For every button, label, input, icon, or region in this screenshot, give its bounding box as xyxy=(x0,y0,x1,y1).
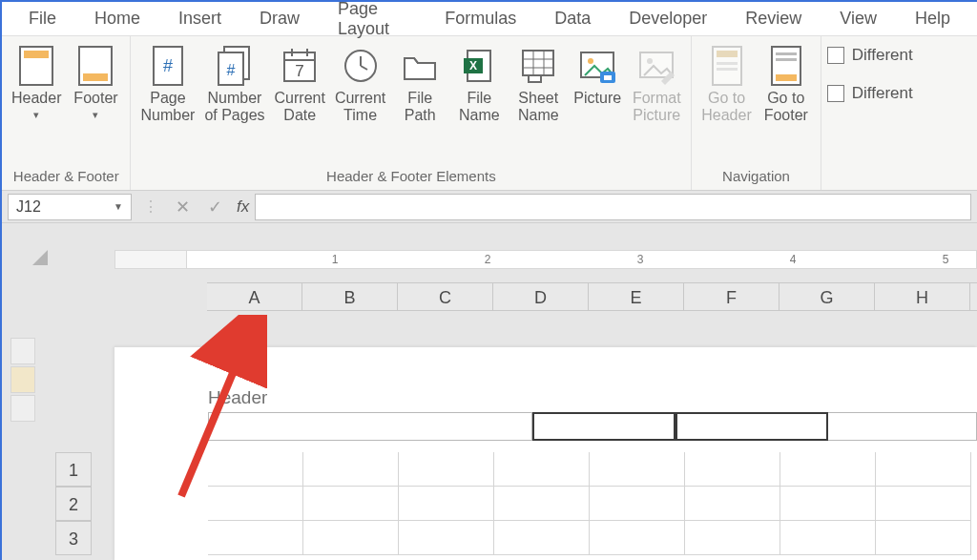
menu-review[interactable]: Review xyxy=(726,3,821,34)
current-date-button[interactable]: 7 Current Date xyxy=(271,42,329,125)
excel-file-icon: X xyxy=(459,46,499,86)
svg-point-27 xyxy=(588,58,593,64)
file-name-button[interactable]: X File Name xyxy=(450,42,508,125)
menu-bar: File Home Insert Draw Page Layout Formul… xyxy=(2,2,977,36)
svg-rect-29 xyxy=(604,75,612,80)
different-first-page-checkbox[interactable]: Different xyxy=(827,46,913,65)
name-box[interactable]: J12 ▼ xyxy=(8,194,132,220)
worksheet-area: 1 2 3 4 5 A B C D E F G H 1 2 3 Header xyxy=(2,223,977,560)
header-right-box[interactable] xyxy=(828,412,977,441)
accept-formula-button[interactable]: ✓ xyxy=(198,197,231,218)
svg-rect-34 xyxy=(717,62,738,65)
header-boxes xyxy=(208,412,977,441)
menu-data[interactable]: Data xyxy=(535,3,610,34)
svg-text:X: X xyxy=(469,59,477,73)
checkbox-icon xyxy=(827,47,844,64)
footer-icon xyxy=(75,46,115,86)
menu-insert[interactable]: Insert xyxy=(159,3,240,34)
menu-view[interactable]: View xyxy=(821,3,896,34)
format-picture-icon xyxy=(636,46,676,86)
go-to-footer-button[interactable]: Go to Footer xyxy=(758,42,815,125)
sheet-icon xyxy=(518,46,558,86)
row-header[interactable]: 2 xyxy=(55,487,92,521)
cell-grid[interactable] xyxy=(208,452,977,555)
row-header[interactable]: 3 xyxy=(55,521,92,555)
ribbon-group-elements: # Page Number # Number of Pages 7 Curren… xyxy=(131,36,692,190)
menu-home[interactable]: Home xyxy=(75,3,159,34)
chevron-down-icon: ▾ xyxy=(33,109,39,121)
ribbon-group-options: Different Different xyxy=(821,36,919,190)
go-to-header-button: Go to Header xyxy=(697,42,755,125)
ribbon-group-label: Header & Footer Elements xyxy=(136,166,685,188)
menu-developer[interactable]: Developer xyxy=(610,3,726,34)
menu-formulas[interactable]: Formulas xyxy=(426,3,535,34)
svg-text:#: # xyxy=(227,62,236,78)
column-header[interactable]: E xyxy=(589,283,684,310)
select-all-triangle[interactable] xyxy=(32,250,48,265)
menu-draw[interactable]: Draw xyxy=(240,3,319,34)
svg-point-31 xyxy=(647,58,653,64)
svg-rect-1 xyxy=(24,51,49,58)
page-surface: Header xyxy=(114,347,977,560)
formula-input[interactable] xyxy=(255,194,971,220)
fx-icon[interactable]: fx xyxy=(231,197,255,217)
cancel-formula-button[interactable]: ✕ xyxy=(166,197,198,218)
column-header[interactable]: F xyxy=(684,283,780,310)
current-time-button[interactable]: Current Time xyxy=(331,42,389,125)
clock-icon xyxy=(341,46,381,86)
chevron-down-icon: ▼ xyxy=(114,201,123,212)
ribbon-group-label: Header & Footer xyxy=(8,166,124,188)
svg-rect-38 xyxy=(776,58,797,61)
menu-help[interactable]: Help xyxy=(896,3,969,34)
ribbon-group-header-footer: Header ▾ Footer ▾ Header & Footer xyxy=(2,36,131,190)
number-of-pages-button[interactable]: # Number of Pages xyxy=(200,42,268,125)
svg-text:7: 7 xyxy=(295,62,303,80)
svg-rect-39 xyxy=(776,74,797,81)
menu-file[interactable]: File xyxy=(10,3,75,34)
column-headers: A B C D E F G H xyxy=(207,282,977,311)
column-header[interactable]: B xyxy=(302,283,398,310)
formula-bar-row: J12 ▼ ⋮ ✕ ✓ fx xyxy=(2,191,977,223)
column-header[interactable]: C xyxy=(398,283,493,310)
format-picture-button: Format Picture xyxy=(628,42,685,125)
svg-rect-25 xyxy=(529,75,541,82)
go-to-footer-icon xyxy=(766,46,806,86)
vertical-ruler xyxy=(10,338,35,424)
page-number-icon: # xyxy=(148,46,188,86)
ribbon-group-label: Navigation xyxy=(697,166,814,188)
calendar-icon: 7 xyxy=(280,46,320,86)
column-header[interactable]: A xyxy=(207,283,302,310)
sheet-name-button[interactable]: Sheet Name xyxy=(509,42,567,125)
folder-icon xyxy=(400,46,440,86)
svg-rect-33 xyxy=(717,51,738,57)
ribbon-group-navigation: Go to Header Go to Footer Navigation xyxy=(692,36,821,190)
different-odd-even-checkbox[interactable]: Different xyxy=(827,84,913,103)
horizontal-ruler: 1 2 3 4 5 xyxy=(114,250,977,269)
row-header[interactable]: 1 xyxy=(55,452,92,487)
header-section-label: Header xyxy=(208,387,267,408)
page-number-button[interactable]: # Page Number xyxy=(136,42,198,125)
number-of-pages-icon: # xyxy=(215,46,255,86)
row-headers: 1 2 3 xyxy=(55,452,92,555)
svg-rect-3 xyxy=(83,73,108,81)
svg-rect-20 xyxy=(523,51,553,75)
footer-button[interactable]: Footer ▾ xyxy=(67,42,124,121)
svg-rect-35 xyxy=(717,68,738,71)
picture-button[interactable]: Picture xyxy=(569,42,626,107)
column-header[interactable]: G xyxy=(780,283,875,310)
column-header[interactable]: D xyxy=(493,283,589,310)
chevron-down-icon: ▾ xyxy=(93,109,98,121)
ribbon: Header ▾ Footer ▾ Header & Footer # Page… xyxy=(2,36,977,191)
svg-text:#: # xyxy=(163,56,173,75)
go-to-header-icon xyxy=(707,46,747,86)
picture-icon xyxy=(577,46,617,86)
header-center-box-2[interactable] xyxy=(676,412,828,441)
header-center-box[interactable] xyxy=(532,412,676,441)
header-button[interactable]: Header ▾ xyxy=(8,42,65,121)
file-path-button[interactable]: File Path xyxy=(391,42,448,125)
svg-rect-37 xyxy=(776,52,797,55)
header-left-box[interactable] xyxy=(208,412,532,441)
checkbox-icon xyxy=(827,85,844,102)
column-header[interactable]: H xyxy=(875,283,970,310)
header-icon xyxy=(16,46,56,86)
